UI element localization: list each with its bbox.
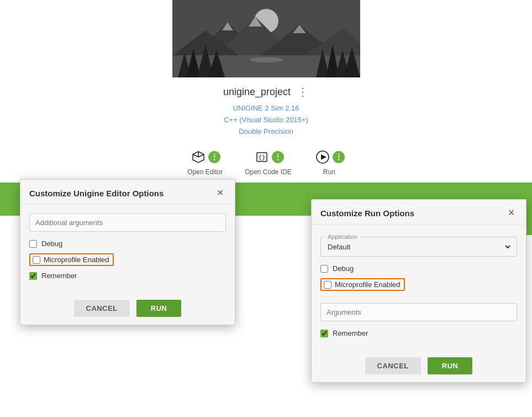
project-title: unigine_project xyxy=(223,86,291,98)
run-remember-checkbox[interactable] xyxy=(320,330,328,337)
remember-row: Remember xyxy=(29,272,226,280)
editor-cancel-button[interactable]: CANCEL xyxy=(74,300,130,317)
debug-row: Debug xyxy=(29,239,226,248)
application-select[interactable]: Default xyxy=(325,242,512,252)
remember-label: Remember xyxy=(41,272,77,280)
debug-label: Debug xyxy=(41,239,62,248)
run-label: Run xyxy=(323,168,335,176)
run-debug-checkbox[interactable] xyxy=(320,265,328,273)
open-code-ide-label: Open Code IDE xyxy=(245,168,292,176)
run-debug-label: Debug xyxy=(333,264,354,273)
meta-line1: UNIGINE 2 Sim 2.16 xyxy=(224,103,308,114)
meta-line2: C++ (Visual Studio 2015+) xyxy=(224,114,308,126)
svg-line-23 xyxy=(198,154,204,157)
svg-text:{}: {} xyxy=(258,154,265,161)
debug-checkbox[interactable] xyxy=(29,240,37,248)
dialog-editor-header: Customize Unigine Editor Options ✕ xyxy=(20,180,235,205)
open-editor-label: Open Editor xyxy=(187,168,223,176)
additional-arguments-input[interactable] xyxy=(29,213,226,232)
run-remember-row: Remember xyxy=(320,329,517,337)
code-icon: {} xyxy=(253,148,271,166)
dialog-run-close[interactable]: ✕ xyxy=(505,207,517,218)
project-image xyxy=(172,0,360,77)
toolbar-item-open-editor[interactable]: ⋮ Open Editor xyxy=(187,148,223,176)
cube-icon xyxy=(189,148,207,166)
run-cancel-button[interactable]: CANCEL xyxy=(365,357,421,374)
microprofile-checkbox[interactable] xyxy=(33,256,40,264)
dialog-editor: Customize Unigine Editor Options ✕ Debug… xyxy=(20,179,235,325)
meta-line3: Double Precision xyxy=(224,126,308,138)
microprofile-row: Microprofile Enabled xyxy=(29,253,226,266)
run-debug-row: Debug xyxy=(320,264,517,273)
run-microprofile-row: Microprofile Enabled xyxy=(320,278,517,291)
dialog-run: Customize Run Options ✕ Application Defa… xyxy=(311,199,526,383)
dialog-run-title: Customize Run Options xyxy=(320,208,414,218)
open-editor-menu-btn[interactable]: ⋮ xyxy=(208,151,220,163)
open-code-ide-menu-btn[interactable]: ⋮ xyxy=(272,151,284,163)
application-legend: Application xyxy=(325,233,360,240)
application-fieldset: Application Default xyxy=(320,233,517,257)
run-remember-label: Remember xyxy=(333,329,368,337)
dialog-run-header: Customize Run Options ✕ xyxy=(312,200,526,225)
dialog-editor-close[interactable]: ✕ xyxy=(214,187,226,199)
run-microprofile-box: Microprofile Enabled xyxy=(320,278,405,291)
svg-line-22 xyxy=(193,154,198,157)
project-meta: UNIGINE 2 Sim 2.16 C++ (Visual Studio 20… xyxy=(224,103,308,137)
svg-point-11 xyxy=(250,57,283,62)
microprofile-label: Microprofile Enabled xyxy=(44,256,109,264)
play-icon xyxy=(314,148,331,166)
run-run-button[interactable]: RUN xyxy=(428,357,473,374)
arguments-input[interactable] xyxy=(320,303,517,321)
editor-run-button[interactable]: RUN xyxy=(136,300,182,317)
run-menu-btn[interactable]: ⋮ xyxy=(333,151,345,163)
toolbar-item-open-code-ide[interactable]: {} ⋮ Open Code IDE xyxy=(245,148,292,176)
dialog-editor-title: Customize Unigine Editor Options xyxy=(29,189,164,198)
microprofile-box: Microprofile Enabled xyxy=(29,253,114,266)
svg-marker-27 xyxy=(321,154,326,160)
toolbar-item-run[interactable]: ⋮ Run xyxy=(314,148,345,176)
project-menu-icon[interactable]: ⋮ xyxy=(297,85,309,98)
run-microprofile-label: Microprofile Enabled xyxy=(335,280,401,289)
run-microprofile-checkbox[interactable] xyxy=(324,281,331,289)
remember-checkbox[interactable] xyxy=(29,272,37,280)
